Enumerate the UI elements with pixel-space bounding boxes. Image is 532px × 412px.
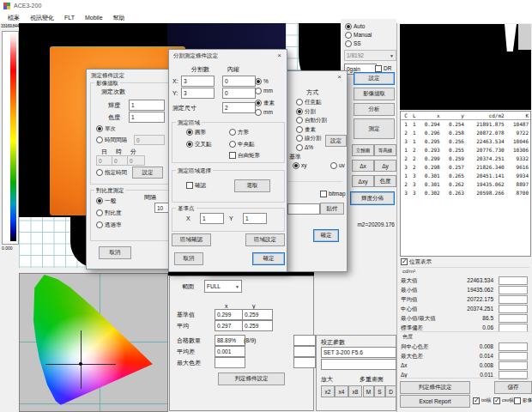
pass-count-field[interactable]: 88.89% <box>215 335 245 346</box>
excel-report-button[interactable]: Excel Report <box>400 395 470 408</box>
menu-item-4[interactable]: 幫助 <box>108 14 130 22</box>
stat-limit-box[interactable] <box>499 295 528 304</box>
calibration-value-field[interactable]: SET 3-200 F5.6 <box>321 347 396 358</box>
close-icon[interactable]: × <box>334 72 345 82</box>
free-rect-checkbox[interactable]: 自由矩形 <box>229 152 260 159</box>
pixel-radio[interactable]: 畫素 <box>255 100 275 106</box>
method-option-3[interactable]: 畫素 <box>296 125 346 135</box>
split-cancel-button[interactable]: 取消 <box>174 252 203 265</box>
split-ok-button[interactable]: 確定 <box>252 252 285 265</box>
stat-limit-box[interactable] <box>499 286 528 294</box>
position-display-checkbox[interactable]: 位置表示 <box>401 258 432 265</box>
max-diff-field[interactable] <box>215 357 245 368</box>
chroma-count-field[interactable]: 1 <box>129 112 165 123</box>
center-radio[interactable]: 中央點 <box>229 141 255 148</box>
menu-item-1[interactable]: 視訊變化 <box>25 14 59 22</box>
delta-x-button[interactable]: Δx <box>352 160 374 172</box>
interval-field[interactable]: 0 <box>134 135 165 145</box>
capture-button[interactable]: 影像擷取 <box>354 88 395 100</box>
judge-condition-button[interactable]: 判定條件設定 <box>400 381 470 394</box>
table-row[interactable]: 320.2980.25721826.3409616 <box>401 163 530 172</box>
x-inset-field[interactable]: 0 <box>222 76 256 87</box>
method-option-2[interactable]: 自動分割 <box>296 116 346 125</box>
table-row[interactable]: 130.3010.26520451.1419934 <box>401 172 530 180</box>
confirm-checkbox[interactable]: 確認 <box>186 182 206 189</box>
y-inset-field[interactable]: 0 <box>222 88 256 99</box>
interval-radio[interactable]: 時間間隔 <box>96 136 127 143</box>
save-button[interactable]: 儲存 <box>494 381 532 394</box>
paste-target-field[interactable] <box>287 203 320 215</box>
avg-y-field[interactable]: 0.259 <box>242 320 273 331</box>
stat-limit-box[interactable] <box>499 352 528 360</box>
table-row[interactable]: 220.2990.25920374.2519332 <box>401 154 530 163</box>
analyze-button[interactable]: 分析 <box>354 103 395 116</box>
table-row[interactable]: 330.3020.26320598.2668700 <box>401 189 530 197</box>
method-ok-button[interactable]: 確定 <box>313 229 339 242</box>
method-set-button[interactable]: 設定 <box>325 135 347 147</box>
thumbnail-image[interactable] <box>400 24 531 110</box>
time-set-button[interactable]: 設定 <box>132 167 163 179</box>
stat-limit-box[interactable] <box>499 314 528 323</box>
minute-field[interactable]: 0 <box>127 155 145 166</box>
table-row[interactable]: 310.2950.25622463.53410046 <box>401 137 530 146</box>
mm-radio[interactable]: mm <box>255 88 273 94</box>
limit-box-1[interactable] <box>293 335 316 346</box>
ref-y-field[interactable]: 0.259 <box>242 309 273 320</box>
circle-radio[interactable]: 圓形 <box>186 129 206 136</box>
base-y-field[interactable]: 1 <box>243 213 267 224</box>
multi-d-button[interactable]: D <box>385 385 396 397</box>
contrast-radio[interactable]: 對比度 <box>96 209 122 216</box>
single-radio[interactable]: 單次 <box>96 125 116 132</box>
bitmap-checkbox[interactable]: bitmap <box>320 191 346 197</box>
menu-item-2[interactable]: FLT <box>59 15 80 21</box>
csv-file-checkbox[interactable]: csv檔 <box>493 397 514 404</box>
limit-box-3[interactable] <box>293 357 316 368</box>
dr-checkbox[interactable]: DR <box>375 65 391 72</box>
stat-limit-box[interactable] <box>499 305 528 313</box>
multi-m-button[interactable]: M <box>363 385 374 397</box>
delta-y-button[interactable]: Δy <box>374 160 396 172</box>
cross-radio[interactable]: 交叉點 <box>186 141 212 148</box>
set-button[interactable]: 設定 <box>354 72 395 85</box>
view3d-button[interactable]: 立體圖 <box>352 144 374 156</box>
range-select[interactable]: FULL▼ <box>204 280 242 293</box>
transmit-radio[interactable]: 透過率 <box>96 221 122 228</box>
pick-button[interactable]: 選取 <box>234 179 270 192</box>
square-radio[interactable]: 方形 <box>229 129 249 136</box>
percent-radio[interactable]: % <box>255 78 269 85</box>
xy-radio[interactable]: xy <box>293 162 307 169</box>
image-file-checkbox[interactable]: 影像檔 <box>514 397 532 404</box>
menu-item-3[interactable]: Mobile <box>80 15 108 21</box>
normal-radio[interactable]: 一般 <box>96 197 116 204</box>
table-row[interactable]: 110.2940.25421891.87510487 <box>401 120 530 130</box>
ref-x-field[interactable]: 0.299 <box>215 309 245 320</box>
base-x-field[interactable]: 1 <box>200 213 224 224</box>
method-option-1[interactable]: 分割 <box>296 107 346 117</box>
method-option-0[interactable]: 任意點 <box>296 98 346 107</box>
measure-cancel-button[interactable]: 取消 <box>99 246 131 259</box>
calibration-value-field-2[interactable] <box>321 359 396 370</box>
radio-ss[interactable]: SS <box>345 40 361 47</box>
cie-diagram-panel[interactable] <box>19 273 168 412</box>
results-table[interactable]: CLxycd/m2K 110.2940.25421891.87510487210… <box>401 112 530 197</box>
paste-button[interactable]: 貼付 <box>320 203 344 215</box>
contour-button[interactable]: 等高線 <box>374 144 396 156</box>
lum-count-field[interactable]: 1 <box>129 100 165 111</box>
limit-box-2[interactable] <box>293 346 316 357</box>
zoom-x8-button[interactable]: x8 <box>348 385 362 397</box>
y-div-field[interactable]: 3 <box>181 88 215 99</box>
chroma-button[interactable]: 色度 <box>374 175 396 187</box>
radio-manual[interactable]: Manual <box>345 32 372 39</box>
shutter-select[interactable]: 1/8192▼ <box>344 50 396 61</box>
avg-diff-field[interactable]: 0.001 <box>215 346 245 357</box>
x-div-field[interactable]: 3 <box>181 76 215 87</box>
table-row[interactable]: 230.3010.26219435.0628897 <box>401 180 530 189</box>
stat-limit-box[interactable] <box>499 342 528 351</box>
range-judge-button[interactable]: 判定條件設定 <box>218 373 285 385</box>
measure-button[interactable]: 測定 <box>354 118 395 139</box>
menu-item-0[interactable]: 檔案 <box>3 14 25 22</box>
zoom-x4-button[interactable]: x4 <box>335 385 348 397</box>
delta-xy-button[interactable]: Δxy <box>352 175 374 187</box>
zoom-x2-button[interactable]: x2 <box>321 385 335 397</box>
size-mm-radio[interactable]: mm <box>255 109 273 116</box>
